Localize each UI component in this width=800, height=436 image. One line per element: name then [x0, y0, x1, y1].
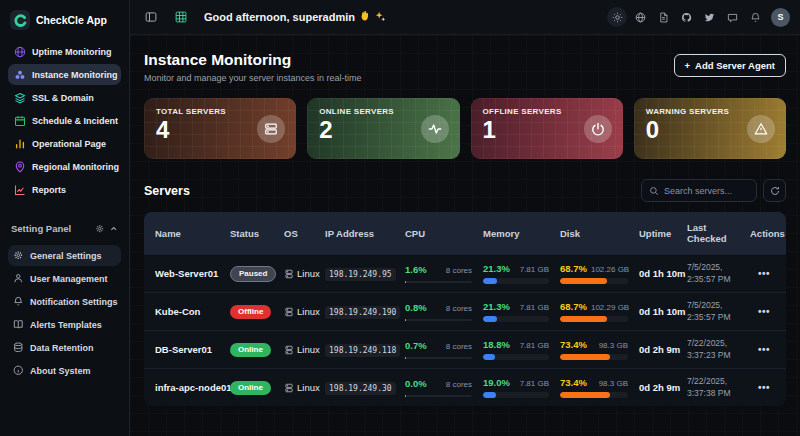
column-header-status: Status [228, 228, 282, 239]
sidebar-item-instance-monitoring[interactable]: Instance Monitoring [8, 64, 121, 85]
stat-cards: TOTAL SERVERS 4 ONLINE SERVERS 2 OFFLINE… [144, 98, 786, 159]
memory-metric: 21.3%7.81 GB [481, 301, 558, 322]
stat-card-online-servers: ONLINE SERVERS 2 [307, 98, 459, 159]
layers-icon [13, 91, 26, 104]
linux-os-icon [284, 307, 294, 317]
table-row[interactable]: Web-Server01 Paused Linux 198.19.249.95 … [144, 254, 786, 292]
user-avatar[interactable]: S [771, 8, 790, 27]
stat-card-warning-servers: WARNING SERVERS 0 [634, 98, 786, 159]
status-badge: Online [230, 343, 271, 357]
gear-icon [95, 219, 105, 237]
bell-icon [13, 296, 24, 307]
grid-view-icon[interactable] [170, 6, 192, 28]
ip-address: 198.19.249.190 [325, 306, 400, 319]
sidebar-item-ssl-domain[interactable]: SSL & Domain [8, 87, 121, 108]
table-header: NameStatusOSIP AddressCPUMemoryDiskUptim… [144, 212, 786, 254]
row-actions-button[interactable]: ••• [748, 344, 786, 355]
server-search[interactable] [641, 179, 757, 202]
search-input[interactable] [664, 186, 749, 196]
settings-panel-header[interactable]: Setting Panel [8, 216, 121, 245]
activity-icon [421, 115, 449, 143]
sidebar-item-regional-monitoring[interactable]: Regional Monitoring [8, 156, 121, 177]
linux-os-icon [284, 383, 294, 393]
uptime: 0d 2h 9m [637, 344, 685, 355]
table-row[interactable]: Kube-Con Offline Linux 198.19.249.190 0.… [144, 292, 786, 330]
topbar: Good afternoon, superadmin S [130, 0, 800, 35]
notifications-bell-icon[interactable] [745, 7, 765, 27]
memory-metric: 19.0%7.81 GB [481, 377, 558, 398]
docs-icon[interactable] [653, 7, 673, 27]
sidebar-item-uptime-monitoring[interactable]: Uptime Monitoring [8, 41, 121, 62]
bar-chart-icon [13, 137, 26, 150]
row-actions-button[interactable]: ••• [748, 306, 786, 317]
linux-os-icon [284, 269, 294, 279]
feedback-chat-icon[interactable] [722, 7, 742, 27]
user-icon [13, 273, 24, 284]
column-header-disk: Disk [558, 228, 637, 239]
info-icon [13, 365, 24, 376]
disk-metric: 68.7%102.26 GB [558, 263, 637, 284]
ip-address: 198.19.249.118 [325, 344, 400, 357]
last-checked: 7/5/2025,2:35:57 PM [685, 262, 748, 286]
page-subtitle: Monitor and manage your server instances… [144, 73, 362, 83]
chevron-up-icon[interactable] [109, 219, 119, 237]
sidebar-item-operational-page[interactable]: Operational Page [8, 133, 121, 154]
add-server-agent-button[interactable]: + Add Server Agent [674, 54, 786, 77]
server-name: DB-Server01 [144, 344, 228, 355]
stat-card-total-servers: TOTAL SERVERS 4 [144, 98, 296, 159]
calendar-icon [13, 114, 26, 127]
greeting-text: Good afternoon, superadmin [204, 10, 386, 24]
table-row[interactable]: infra-apc-node01 Online Linux 198.19.249… [144, 368, 786, 406]
topbar-actions: S [607, 7, 790, 27]
sidebar-item-schedule-incident[interactable]: Schedule & Incident [8, 110, 121, 131]
os-cell: Linux [282, 344, 323, 355]
main-nav: Uptime Monitoring Instance Monitoring SS… [8, 41, 121, 200]
row-actions-button[interactable]: ••• [748, 382, 786, 393]
column-header-os: OS [282, 228, 323, 239]
main-area: Good afternoon, superadmin S Instance Mo… [130, 0, 800, 436]
power-icon [584, 115, 612, 143]
disk-metric: 73.4%98.3 GB [558, 377, 637, 398]
settings-item-notification-settings[interactable]: Notification Settings [8, 291, 121, 312]
github-icon[interactable] [676, 7, 696, 27]
checkcle-logo-icon [10, 10, 30, 30]
status-badge: Offline [230, 305, 271, 319]
theme-toggle-icon[interactable] [607, 7, 627, 27]
memory-metric: 18.8%7.81 GB [481, 339, 558, 360]
app-title: CheckCle App [36, 14, 107, 26]
language-globe-icon[interactable] [630, 7, 650, 27]
os-cell: Linux [282, 382, 323, 393]
table-row[interactable]: DB-Server01 Online Linux 198.19.249.118 … [144, 330, 786, 368]
column-header-ip-address: IP Address [323, 228, 403, 239]
ip-address: 198.19.249.95 [325, 268, 396, 281]
sidebar-item-reports[interactable]: Reports [8, 179, 121, 200]
settings-item-alerts-templates[interactable]: Alerts Templates [8, 314, 121, 335]
page-title: Instance Monitoring [144, 51, 362, 69]
sidebar: CheckCle App Uptime Monitoring Instance … [0, 0, 130, 436]
os-cell: Linux [282, 268, 323, 279]
os-cell: Linux [282, 306, 323, 317]
refresh-button[interactable] [763, 179, 786, 202]
last-checked: 7/22/2025,3:37:23 PM [685, 338, 748, 362]
column-header-memory: Memory [481, 228, 558, 239]
cpu-metric: 0.7%8 cores [403, 340, 481, 359]
plus-icon: + [685, 60, 691, 71]
disk-metric: 68.7%102.29 GB [558, 301, 637, 322]
settings-item-data-retention[interactable]: Data Retention [8, 337, 121, 358]
column-header-uptime: Uptime [637, 228, 685, 239]
app-logo[interactable]: CheckCle App [8, 8, 121, 41]
content: Instance Monitoring Monitor and manage y… [130, 35, 800, 436]
settings-item-user-management[interactable]: User Management [8, 268, 121, 289]
row-actions-button[interactable]: ••• [748, 268, 786, 279]
search-icon [649, 186, 659, 196]
sidebar-toggle-icon[interactable] [140, 6, 162, 28]
servers-heading: Servers [144, 184, 190, 198]
settings-item-about-system[interactable]: About System [8, 360, 121, 381]
server-name: infra-apc-node01 [144, 382, 228, 393]
settings-item-general-settings[interactable]: General Settings [8, 245, 121, 266]
column-header-cpu: CPU [403, 228, 481, 239]
cpu-metric: 1.6%8 cores [403, 264, 481, 283]
database-icon [13, 342, 24, 353]
settings-nav: General Settings User Management Notific… [8, 245, 121, 381]
twitter-icon[interactable] [699, 7, 719, 27]
